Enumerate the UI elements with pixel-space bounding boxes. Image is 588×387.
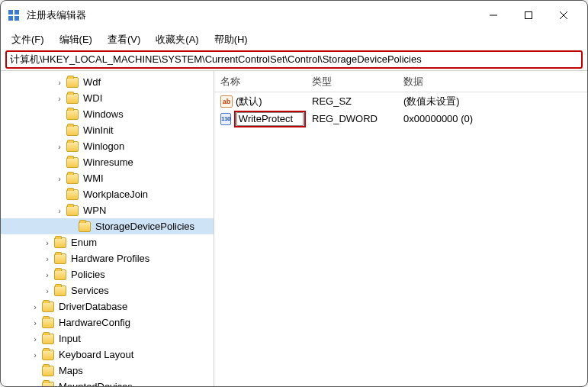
value-name-cell: 110 xyxy=(214,110,306,128)
tree-item-label: StorageDevicePolicies xyxy=(94,221,196,232)
tree-item-label: Policies xyxy=(69,269,107,280)
col-header-type[interactable]: 类型 xyxy=(306,72,397,92)
tree-item-label: WinInit xyxy=(82,124,115,136)
menubar: 文件(F) 编辑(E) 查看(V) 收藏夹(A) 帮助(H) xyxy=(1,30,587,50)
value-name-input[interactable] xyxy=(236,112,304,126)
tree-item[interactable]: ›DriverDatabase xyxy=(1,298,214,314)
svg-rect-3 xyxy=(14,16,19,21)
address-bar-text: 计算机\HKEY_LOCAL_MACHINE\SYSTEM\CurrentCon… xyxy=(10,53,422,66)
twisty-blank xyxy=(30,382,40,387)
tree-item[interactable]: ›WPN xyxy=(1,202,214,218)
chevron-right-icon[interactable]: › xyxy=(54,93,65,104)
address-bar[interactable]: 计算机\HKEY_LOCAL_MACHINE\SYSTEM\CurrentCon… xyxy=(5,50,583,69)
tree-item[interactable]: ›Winlogon xyxy=(1,138,214,154)
chevron-right-icon[interactable]: › xyxy=(54,205,65,216)
main-area: ›Wdf›WDIWindowsWinInit›WinlogonWinresume… xyxy=(1,70,587,386)
dword-value-icon: 110 xyxy=(220,113,231,125)
tree-item-label: Enum xyxy=(69,237,98,248)
svg-rect-2 xyxy=(8,16,13,21)
svg-rect-0 xyxy=(8,10,13,15)
tree-item[interactable]: ›Keyboard Layout xyxy=(1,347,214,363)
app-icon xyxy=(7,8,21,22)
chevron-right-icon[interactable]: › xyxy=(54,77,65,88)
value-name-text: (默认) xyxy=(236,95,262,108)
svg-rect-1 xyxy=(14,10,19,15)
value-row[interactable]: ab(默认)REG_SZ(数值未设置) xyxy=(214,92,587,110)
menu-file[interactable]: 文件(F) xyxy=(5,31,50,48)
tree-item[interactable]: Maps xyxy=(1,363,214,379)
col-header-data[interactable]: 数据 xyxy=(397,72,587,92)
value-data-cell: (数值未设置) xyxy=(397,94,587,109)
value-type-cell: REG_DWORD xyxy=(306,112,397,125)
folder-icon xyxy=(66,109,79,120)
folder-icon xyxy=(54,253,66,264)
chevron-right-icon[interactable]: › xyxy=(42,237,53,248)
minimize-button[interactable] xyxy=(476,3,511,27)
tree-item-label: Wdf xyxy=(82,76,102,88)
folder-icon xyxy=(42,334,54,344)
chevron-right-icon[interactable]: › xyxy=(30,318,40,328)
twisty-blank xyxy=(54,189,65,200)
menu-edit[interactable]: 编辑(E) xyxy=(53,31,98,48)
tree-item[interactable]: MountedDevices xyxy=(1,379,214,386)
tree-item-label: Input xyxy=(57,333,82,344)
titlebar: 注册表编辑器 xyxy=(1,1,587,30)
folder-icon xyxy=(54,285,66,296)
tree-panel[interactable]: ›Wdf›WDIWindowsWinInit›WinlogonWinresume… xyxy=(1,71,214,386)
tree-item-label: Winresume xyxy=(82,156,135,168)
twisty-blank xyxy=(30,366,40,376)
folder-icon xyxy=(66,173,79,184)
tree-item-label: Winlogon xyxy=(82,140,126,152)
tree-item-label: Services xyxy=(69,285,111,296)
tree-item[interactable]: ›WDI xyxy=(1,90,214,106)
value-name-cell: ab(默认) xyxy=(214,94,306,109)
chevron-right-icon[interactable]: › xyxy=(54,141,65,152)
tree-item[interactable]: WorkplaceJoin xyxy=(1,186,214,202)
tree-item[interactable]: ›Enum xyxy=(1,234,214,250)
folder-icon xyxy=(42,318,54,328)
tree-item[interactable]: ›Input xyxy=(1,331,214,347)
chevron-right-icon[interactable]: › xyxy=(54,173,65,184)
tree-item-label: Hardware Profiles xyxy=(69,253,151,264)
close-button[interactable] xyxy=(546,3,581,27)
chevron-right-icon[interactable]: › xyxy=(30,302,40,312)
values-list: ab(默认)REG_SZ(数值未设置)110REG_DWORD0x0000000… xyxy=(214,92,587,127)
tree-item[interactable]: StorageDevicePolicies xyxy=(1,218,214,234)
twisty-blank xyxy=(66,221,77,232)
folder-icon xyxy=(66,125,79,136)
values-panel: 名称 类型 数据 ab(默认)REG_SZ(数值未设置)110REG_DWORD… xyxy=(214,71,587,386)
tree-item[interactable]: ›WMI xyxy=(1,170,214,186)
folder-icon xyxy=(42,350,54,360)
folder-icon xyxy=(66,205,79,216)
tree-item[interactable]: ›Hardware Profiles xyxy=(1,250,214,266)
tree-item-label: WorkplaceJoin xyxy=(82,189,149,200)
chevron-right-icon[interactable]: › xyxy=(42,285,53,296)
chevron-right-icon[interactable]: › xyxy=(30,350,40,360)
values-header[interactable]: 名称 类型 数据 xyxy=(214,71,587,92)
tree-item[interactable]: ›Services xyxy=(1,282,214,298)
window-controls xyxy=(476,3,581,27)
chevron-right-icon[interactable]: › xyxy=(30,334,40,344)
tree-item-label: Maps xyxy=(57,365,85,376)
folder-icon xyxy=(42,302,54,312)
tree-item[interactable]: ›Policies xyxy=(1,266,214,282)
tree-item[interactable]: ›HardwareConfig xyxy=(1,314,214,331)
twisty-blank xyxy=(54,157,65,168)
tree-item-label: WPN xyxy=(82,205,108,216)
menu-favorites[interactable]: 收藏夹(A) xyxy=(149,31,204,48)
tree-item-label: DriverDatabase xyxy=(57,301,129,312)
chevron-right-icon[interactable]: › xyxy=(42,253,53,264)
tree-item[interactable]: WinInit xyxy=(1,122,214,138)
tree-item[interactable]: Winresume xyxy=(1,154,214,170)
menu-help[interactable]: 帮助(H) xyxy=(208,31,254,48)
svg-rect-5 xyxy=(525,12,532,19)
maximize-button[interactable] xyxy=(511,3,546,27)
folder-icon xyxy=(66,141,79,152)
chevron-right-icon[interactable]: › xyxy=(42,269,53,280)
col-header-name[interactable]: 名称 xyxy=(214,72,306,92)
tree-item[interactable]: ›Wdf xyxy=(1,74,214,90)
value-row[interactable]: 110REG_DWORD0x00000000 (0) xyxy=(214,110,587,127)
tree-item[interactable]: Windows xyxy=(1,106,214,122)
tree-item-label: HardwareConfig xyxy=(57,317,132,328)
menu-view[interactable]: 查看(V) xyxy=(101,31,146,48)
